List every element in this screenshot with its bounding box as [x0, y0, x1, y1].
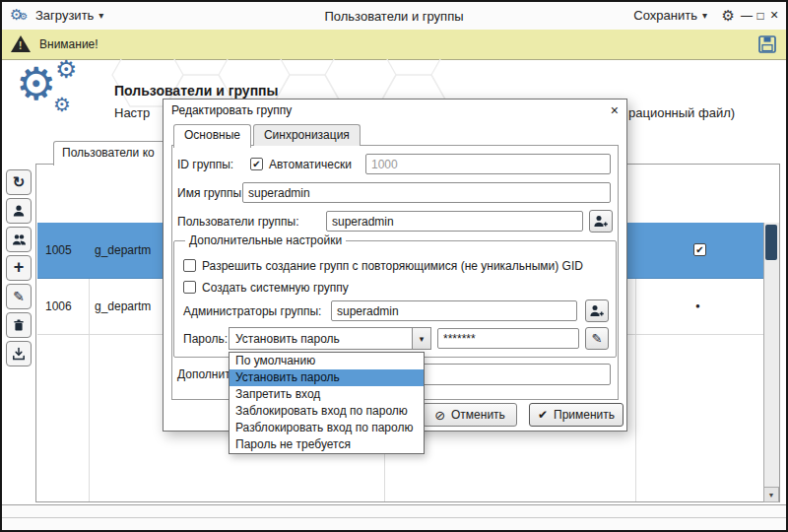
page-gears-icon: ⚙ [16, 61, 56, 106]
page-title: Пользователи и группы [114, 83, 279, 99]
check-icon: ✔ [538, 408, 548, 422]
maximize-button[interactable]: □ [755, 9, 766, 23]
dropdown-item[interactable]: Запретить вход [230, 386, 424, 403]
delete-group-button[interactable] [6, 312, 32, 338]
user-icon [12, 204, 26, 218]
page-subtitle-right: рационный файл) [628, 105, 735, 120]
auto-id-label: Автоматически [269, 158, 352, 171]
trash-icon [12, 318, 26, 332]
apply-button[interactable]: ✔ Применить [529, 403, 624, 427]
row-gid: 1006 [45, 299, 72, 313]
system-group-label: Создать системную группу [202, 281, 349, 295]
page-gear-tiny-icon: ⚙ [53, 95, 71, 114]
status-strip-2 [2, 517, 786, 530]
scroll-down-icon: ▼ [768, 492, 775, 499]
user-button[interactable] [6, 198, 32, 224]
dropdown-item[interactable]: Пароль не требуется [230, 436, 424, 453]
save-label: Сохранить [633, 8, 697, 23]
plus-icon: + [14, 257, 25, 278]
group-admins-input[interactable] [331, 300, 577, 321]
group-admins-label: Администраторы группы: [183, 304, 321, 318]
refresh-icon: ↻ [13, 173, 26, 191]
status-strip-1 [2, 504, 786, 518]
dropdown-item-selected[interactable]: Установить пароль [230, 369, 424, 386]
password-input[interactable] [437, 328, 579, 349]
system-group-checkbox[interactable] [183, 281, 196, 294]
close-window-button[interactable]: × [768, 8, 780, 22]
group-users-label: Пользователи группы: [177, 215, 299, 229]
dialog-title: Редактировать группу [164, 100, 626, 121]
dropdown-item[interactable]: Заблокировать вход по паролю [230, 403, 424, 420]
add-group-button[interactable]: + [6, 255, 32, 281]
cancel-button[interactable]: ⊘ Отменить [423, 403, 517, 427]
cancel-icon: ⊘ [434, 408, 445, 423]
group-users-input[interactable] [326, 211, 583, 232]
password-mode-dropdown: По умолчанию Установить пароль Запретить… [229, 352, 425, 454]
check-icon: ✔ [252, 160, 260, 169]
scrollbar-thumb[interactable] [765, 225, 777, 260]
add-users-button[interactable] [589, 210, 613, 233]
check-icon: ✔ [695, 245, 703, 255]
password-mode-combobox[interactable]: Установить пароль ▾ [229, 327, 431, 350]
load-menu-button[interactable]: Загрузить ▾ [35, 8, 103, 23]
extra-settings-legend: Дополнительные настройки [185, 233, 346, 247]
password-status-dot-icon: ● [695, 301, 700, 310]
group-name-input[interactable] [242, 182, 611, 203]
auto-id-checkbox[interactable]: ✔ [250, 158, 263, 170]
export-button[interactable] [6, 341, 32, 366]
download-icon [12, 347, 26, 361]
minimize-button[interactable]: — [741, 9, 753, 23]
settings-gear-icon[interactable]: ⚙ [722, 7, 735, 25]
add-admins-button[interactable] [585, 299, 609, 322]
edit-group-dialog: Редактировать группу × ОсновныеСинхрониз… [163, 99, 627, 432]
pencil-icon: ✎ [13, 289, 25, 304]
dialog-tabs: ОсновныеСинхронизация [173, 124, 362, 148]
page-subtitle-left: Настр [114, 105, 150, 120]
password-mode-value: Установить пароль [230, 332, 412, 346]
warning-icon: ! [11, 35, 32, 53]
password-label: Пароль: [183, 332, 228, 346]
group-id-label: ID группы: [177, 158, 233, 171]
cancel-label: Отменить [451, 408, 505, 422]
warning-text: Внимание! [39, 37, 98, 51]
tab-general[interactable]: Основные [173, 124, 251, 148]
save-menu-button[interactable]: Сохранить ▾ [633, 8, 707, 23]
group-name-label: Имя группы: [177, 186, 245, 200]
user-plus-icon [589, 303, 605, 319]
table-scrollbar[interactable] [763, 223, 779, 502]
apply-label: Применить [554, 408, 615, 422]
user-plus-icon [593, 214, 609, 230]
app-window: ⚙⚙ Загрузить ▾ Пользователи и группы Сох… [0, 0, 788, 532]
dropdown-item[interactable]: По умолчанию [230, 353, 424, 369]
app-logo-gear-icon: ⚙⚙ [10, 7, 28, 22]
chevron-down-icon: ▾ [98, 10, 103, 21]
dialog-close-button[interactable]: × [611, 103, 619, 117]
group-button[interactable] [6, 227, 32, 252]
group-icon [12, 233, 27, 246]
page-gear-small-icon: ⚙ [55, 57, 77, 82]
load-label: Загрузить [35, 8, 94, 23]
dropdown-item[interactable]: Разблокировать вход по паролю [230, 420, 424, 436]
row-name: g_departm [95, 299, 151, 313]
tab-sync[interactable]: Синхронизация [253, 124, 361, 146]
allow-duplicate-gid-checkbox[interactable] [183, 259, 196, 272]
titlebar: ⚙⚙ Загрузить ▾ Пользователи и группы Сох… [2, 2, 786, 31]
chevron-down-icon: ▾ [702, 10, 707, 21]
allow-duplicate-gid-label: Разрешить создание групп с повторяющимис… [202, 259, 583, 273]
edit-password-button[interactable]: ✎ [585, 327, 609, 350]
save-file-icon[interactable] [757, 34, 777, 54]
refresh-button[interactable]: ↻ [6, 169, 32, 195]
row-name: g_departm [95, 243, 151, 257]
row-gid: 1005 [45, 243, 72, 257]
password-status-checkbox[interactable]: ✔ [693, 243, 706, 256]
pencil-icon: ✎ [592, 331, 603, 346]
combo-arrow-icon: ▾ [412, 328, 430, 349]
warning-bar: ! Внимание! [2, 30, 786, 60]
edit-group-button[interactable]: ✎ [6, 284, 32, 309]
group-id-input[interactable] [365, 154, 611, 174]
scrollbar-down-button[interactable]: ▼ [763, 487, 779, 502]
